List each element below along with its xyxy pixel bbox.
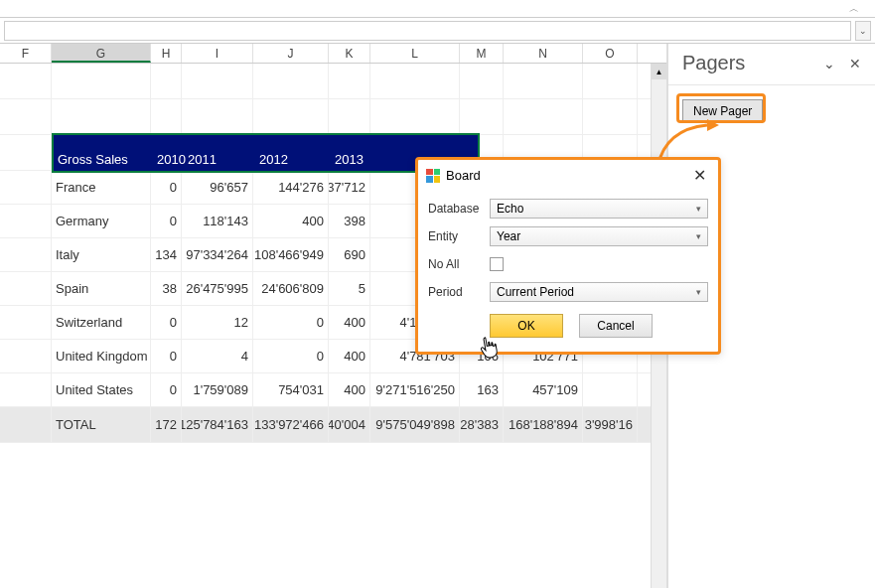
cell[interactable]: 125'784'163 (182, 407, 253, 442)
cell[interactable] (253, 99, 329, 134)
cell[interactable] (0, 238, 52, 271)
cell[interactable]: 754'031 (253, 373, 329, 406)
cell[interactable]: 400 (329, 306, 370, 339)
row-label[interactable]: France (52, 171, 151, 204)
entity-dropdown[interactable]: Year ▾ (490, 226, 708, 246)
cell[interactable] (0, 135, 52, 170)
cell[interactable] (504, 64, 583, 98)
database-dropdown[interactable]: Echo ▾ (490, 199, 708, 219)
column-header-H[interactable]: H (151, 44, 182, 63)
cell[interactable] (0, 272, 52, 305)
cell[interactable]: 97'334'264 (182, 238, 253, 271)
cell[interactable]: 0 (253, 340, 329, 372)
cell[interactable] (583, 373, 638, 406)
cell[interactable] (370, 64, 460, 98)
cell[interactable]: 144'276 (253, 171, 329, 204)
formula-input[interactable] (4, 21, 851, 41)
cell[interactable] (0, 340, 52, 372)
cell[interactable] (583, 64, 638, 98)
cell[interactable] (52, 99, 151, 134)
row-label[interactable]: Spain (52, 272, 151, 305)
collapse-up-icon[interactable]: ︿ (849, 2, 859, 16)
cell[interactable] (504, 99, 583, 134)
cell[interactable]: 12 (182, 306, 253, 339)
cell[interactable]: 118'143 (182, 205, 253, 237)
cell[interactable]: 0 (151, 340, 182, 372)
cell[interactable] (460, 64, 504, 98)
cell[interactable] (0, 171, 52, 204)
cell[interactable] (182, 64, 253, 98)
cell[interactable] (253, 64, 329, 98)
cancel-button[interactable]: Cancel (579, 314, 653, 338)
cell[interactable] (0, 99, 52, 134)
cell[interactable]: 134 (151, 238, 182, 271)
cell[interactable]: 38 (151, 272, 182, 305)
cell[interactable]: 9'575'049'898 (370, 407, 460, 442)
cell[interactable]: 168'188'894 (504, 407, 583, 442)
cell[interactable] (0, 373, 52, 406)
row-label[interactable]: TOTAL (52, 407, 151, 442)
column-header-G[interactable]: G (52, 44, 151, 63)
cell[interactable] (329, 99, 370, 134)
cell[interactable]: 3'998'16 (583, 407, 638, 442)
cell[interactable]: 28'383 (460, 407, 504, 442)
cell[interactable] (182, 99, 253, 134)
formula-dropdown[interactable]: ⌄ (855, 21, 871, 41)
cell[interactable] (52, 64, 151, 98)
cell[interactable]: 9'271'516'250 (370, 373, 460, 406)
cell[interactable]: 0 (151, 171, 182, 204)
cell[interactable] (0, 407, 52, 442)
cell[interactable]: 0 (151, 306, 182, 339)
cell[interactable]: 37'712 (329, 171, 370, 204)
cell[interactable] (460, 99, 504, 134)
chevron-down-icon[interactable]: ⌄ (823, 56, 835, 72)
cell[interactable]: 400 (329, 340, 370, 372)
cell[interactable] (0, 205, 52, 237)
cell[interactable]: 172 (151, 407, 182, 442)
cell[interactable]: 400 (329, 373, 370, 406)
column-header-K[interactable]: K (329, 44, 370, 63)
column-header-J[interactable]: J (253, 44, 329, 63)
cell[interactable] (151, 64, 182, 98)
cell[interactable]: 4 (182, 340, 253, 372)
row-label[interactable]: Italy (52, 238, 151, 271)
cell[interactable]: 690 (329, 238, 370, 271)
cell[interactable]: 5 (329, 272, 370, 305)
cell[interactable] (0, 306, 52, 339)
column-header-L[interactable]: L (370, 44, 460, 63)
row-label[interactable]: United States (52, 373, 151, 406)
dialog-close-icon[interactable]: ✕ (689, 166, 710, 185)
cell[interactable]: 1'759'089 (182, 373, 253, 406)
cell[interactable] (151, 99, 182, 134)
ok-button[interactable]: OK (490, 314, 563, 338)
cell[interactable]: 398 (329, 205, 370, 237)
column-header-N[interactable]: N (504, 44, 583, 63)
cell[interactable]: 40'004 (329, 407, 370, 442)
noall-checkbox[interactable] (490, 257, 504, 271)
cell[interactable]: 457'109 (504, 373, 583, 406)
cell[interactable] (0, 64, 52, 98)
cell[interactable]: 26'475'995 (182, 272, 253, 305)
column-header-F[interactable]: F (0, 44, 52, 63)
row-label[interactable]: Germany (52, 205, 151, 237)
column-header-I[interactable]: I (182, 44, 253, 63)
cell[interactable]: 0 (151, 205, 182, 237)
period-dropdown[interactable]: Current Period ▾ (490, 282, 708, 302)
cell[interactable]: 133'972'466 (253, 407, 329, 442)
row-label[interactable]: United Kingdom (52, 340, 151, 372)
cell[interactable]: 400 (253, 205, 329, 237)
row-label[interactable]: Switzerland (52, 306, 151, 339)
column-header-O[interactable]: O (583, 44, 638, 63)
cell[interactable]: 163 (460, 373, 504, 406)
cell[interactable]: 0 (151, 373, 182, 406)
column-header-M[interactable]: M (460, 44, 504, 63)
scroll-up-icon[interactable]: ▲ (652, 64, 666, 79)
cell[interactable]: 108'466'949 (253, 238, 329, 271)
cell[interactable]: 96'657 (182, 171, 253, 204)
cell[interactable]: 0 (253, 306, 329, 339)
cell[interactable] (370, 99, 460, 134)
cell[interactable]: 24'606'809 (253, 272, 329, 305)
close-icon[interactable]: ✕ (849, 56, 861, 72)
cell[interactable] (583, 99, 638, 134)
cell[interactable] (329, 64, 370, 98)
